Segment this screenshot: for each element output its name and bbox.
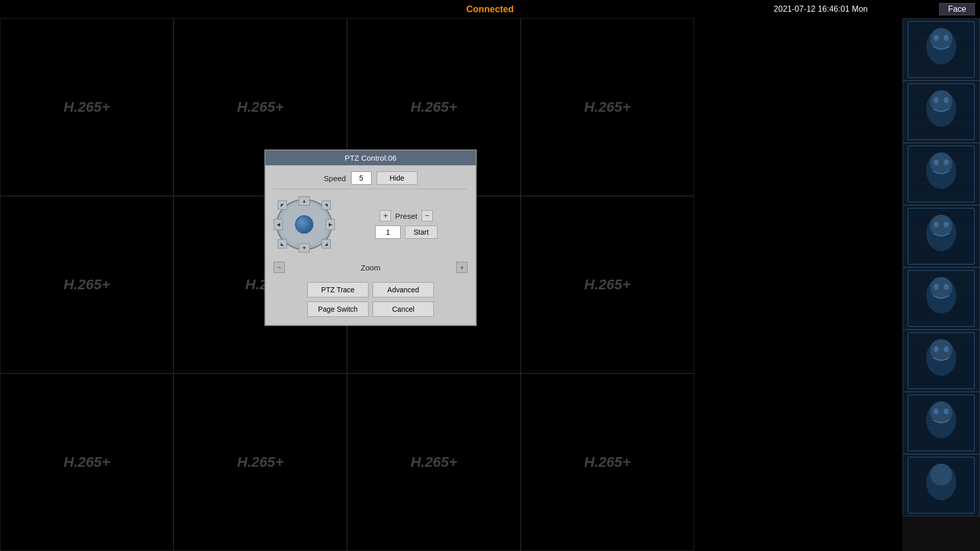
- h265-label-11: H.265+: [410, 454, 457, 470]
- svg-point-15: [934, 97, 939, 103]
- joystick-center[interactable]: [295, 215, 313, 234]
- zoom-minus-button[interactable]: −: [274, 262, 285, 273]
- connected-status: Connected: [466, 4, 513, 15]
- joystick-container: ▲ ▼ ◀ ▶ ◤ ◥ ◣ ◢: [274, 196, 335, 253]
- face-thumb-1[interactable]: [902, 18, 980, 81]
- start-button[interactable]: Start: [405, 226, 437, 239]
- video-cell-10[interactable]: H.265+: [174, 373, 347, 551]
- bottom-row-1: PTZ Trace Advanced: [274, 282, 468, 297]
- svg-point-16: [944, 97, 949, 103]
- h265-label-2: H.265+: [237, 99, 283, 115]
- svg-point-26: [944, 159, 949, 165]
- svg-point-64: [930, 464, 952, 486]
- video-cell-8[interactable]: H.265+: [521, 196, 694, 373]
- cancel-button[interactable]: Cancel: [373, 302, 434, 317]
- datetime-display: 2021-07-12 16:46:01 Mon: [774, 5, 868, 14]
- svg-point-35: [934, 221, 939, 228]
- face-tab[interactable]: Face: [939, 3, 975, 15]
- svg-point-5: [944, 35, 949, 41]
- h265-label-1: H.265+: [63, 99, 110, 115]
- ptz-up-arrow[interactable]: ▲: [299, 196, 310, 206]
- h265-label-8: H.265+: [584, 277, 630, 293]
- h265-label-3: H.265+: [410, 99, 457, 115]
- page-switch-button[interactable]: Page Switch: [307, 302, 369, 317]
- face-thumb-8[interactable]: [902, 454, 980, 516]
- preset-label: Preset: [395, 212, 417, 220]
- preset-plus-button[interactable]: +: [380, 210, 391, 221]
- ptz-right-arrow[interactable]: ▶: [326, 219, 335, 230]
- video-cell-12[interactable]: H.265+: [521, 373, 694, 551]
- hide-button[interactable]: Hide: [377, 171, 418, 185]
- video-cell-9[interactable]: H.265+: [0, 373, 174, 551]
- svg-point-53: [944, 346, 949, 352]
- h265-label-9: H.265+: [63, 454, 110, 470]
- preset-minus-button[interactable]: −: [422, 210, 433, 221]
- ptz-upright-arrow[interactable]: ◥: [322, 201, 331, 210]
- video-cell-4[interactable]: H.265+: [521, 18, 694, 196]
- speed-input[interactable]: [351, 171, 372, 185]
- ptz-upleft-arrow[interactable]: ◤: [278, 201, 287, 210]
- svg-point-59: [934, 408, 939, 414]
- h265-label-10: H.265+: [237, 454, 283, 470]
- advanced-button[interactable]: Advanced: [373, 282, 434, 297]
- svg-point-36: [944, 221, 949, 228]
- face-thumb-2[interactable]: [902, 81, 980, 143]
- face-thumbnail-panel: [902, 18, 980, 551]
- zoom-label: Zoom: [290, 263, 451, 272]
- ptz-title: PTZ Control:06: [345, 154, 397, 162]
- preset-number-row: Start: [375, 226, 437, 239]
- face-thumb-4[interactable]: [902, 205, 980, 267]
- zoom-plus-button[interactable]: +: [456, 262, 468, 273]
- ptz-title-bar: PTZ Control:06: [265, 151, 476, 165]
- ptz-downright-arrow[interactable]: ◢: [322, 239, 331, 248]
- ptz-downleft-arrow[interactable]: ◣: [278, 239, 287, 248]
- video-cell-1[interactable]: H.265+: [0, 18, 174, 196]
- preset-area: + Preset − Start: [345, 210, 468, 239]
- svg-point-25: [934, 159, 939, 165]
- speed-label: Speed: [324, 174, 346, 183]
- video-cell-5[interactable]: H.265+: [0, 196, 174, 373]
- ptz-down-arrow[interactable]: ▼: [299, 243, 310, 253]
- face-thumb-7[interactable]: [902, 392, 980, 454]
- video-cell-11[interactable]: H.265+: [347, 373, 521, 551]
- svg-point-4: [934, 35, 939, 41]
- preset-input[interactable]: [375, 226, 401, 239]
- ptz-trace-button[interactable]: PTZ Trace: [307, 282, 369, 297]
- ptz-dialog: PTZ Control:06 Speed Hide ▲ ▼ ◀ ▶ ◤ ◥ ◣: [264, 149, 477, 326]
- face-thumb-3[interactable]: [902, 143, 980, 205]
- face-thumb-6[interactable]: [902, 330, 980, 392]
- speed-row: Speed Hide: [274, 171, 468, 189]
- top-bar: Connected 2021-07-12 16:46:01 Mon Face: [0, 0, 980, 18]
- preset-row: + Preset −: [380, 210, 432, 221]
- zoom-row: − Zoom +: [274, 260, 468, 275]
- middle-area: ▲ ▼ ◀ ▶ ◤ ◥ ◣ ◢ + Preset − Start: [274, 196, 468, 253]
- ptz-content: Speed Hide ▲ ▼ ◀ ▶ ◤ ◥ ◣ ◢: [265, 165, 476, 325]
- h265-label-12: H.265+: [584, 454, 630, 470]
- svg-point-60: [944, 408, 949, 414]
- svg-point-45: [944, 284, 949, 290]
- face-thumb-5[interactable]: [902, 267, 980, 330]
- svg-point-44: [934, 284, 939, 290]
- h265-label-4: H.265+: [584, 99, 630, 115]
- bottom-row-2: Page Switch Cancel: [274, 302, 468, 317]
- h265-label-5: H.265+: [63, 277, 110, 293]
- svg-point-52: [934, 346, 939, 352]
- ptz-left-arrow[interactable]: ◀: [274, 219, 283, 230]
- bottom-buttons: PTZ Trace Advanced Page Switch Cancel: [274, 282, 468, 317]
